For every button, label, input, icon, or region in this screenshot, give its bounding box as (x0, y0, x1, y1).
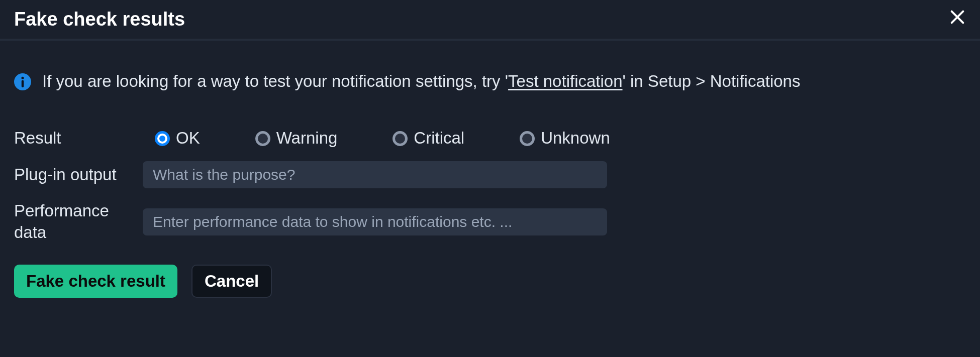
radio-icon (255, 131, 270, 146)
plugin-output-row: Plug-in output (14, 161, 966, 188)
info-suffix: ' in Setup > Notifications (623, 72, 801, 90)
close-button[interactable] (949, 9, 966, 30)
radio-icon (393, 131, 408, 146)
radio-label: Unknown (541, 128, 610, 149)
radio-label: Critical (414, 128, 464, 149)
performance-data-row: Performance data (14, 200, 966, 244)
info-prefix: If you are looking for a way to test you… (42, 72, 508, 90)
result-row: Result OK Warning Critical Unknown (14, 128, 966, 149)
plugin-output-label: Plug-in output (14, 164, 143, 186)
dialog-header: Fake check results (0, 0, 980, 41)
radio-icon (155, 131, 170, 146)
test-notification-link[interactable]: Test notification (508, 72, 622, 90)
dialog-body: If you are looking for a way to test you… (0, 41, 980, 312)
close-icon (949, 9, 966, 30)
svg-point-2 (21, 76, 24, 79)
svg-rect-3 (22, 80, 24, 87)
info-text: If you are looking for a way to test you… (42, 71, 800, 92)
fake-check-result-button[interactable]: Fake check result (14, 265, 177, 298)
plugin-output-input[interactable] (143, 161, 607, 188)
result-option-warning[interactable]: Warning (255, 128, 338, 149)
radio-icon (520, 131, 535, 146)
radio-label: OK (176, 128, 200, 149)
result-radio-group: OK Warning Critical Unknown (143, 128, 610, 149)
dialog-title: Fake check results (14, 7, 185, 32)
result-option-unknown[interactable]: Unknown (520, 128, 610, 149)
dialog-actions: Fake check result Cancel (14, 265, 966, 298)
radio-label: Warning (276, 128, 338, 149)
cancel-button[interactable]: Cancel (191, 265, 272, 298)
performance-data-input[interactable] (143, 208, 607, 235)
result-option-critical[interactable]: Critical (393, 128, 464, 149)
info-banner: If you are looking for a way to test you… (14, 71, 966, 92)
info-icon (14, 73, 31, 90)
result-option-ok[interactable]: OK (155, 128, 200, 149)
fake-check-results-dialog: Fake check results If you are looking fo… (0, 0, 980, 312)
result-label: Result (14, 128, 143, 149)
performance-data-label: Performance data (14, 200, 143, 244)
